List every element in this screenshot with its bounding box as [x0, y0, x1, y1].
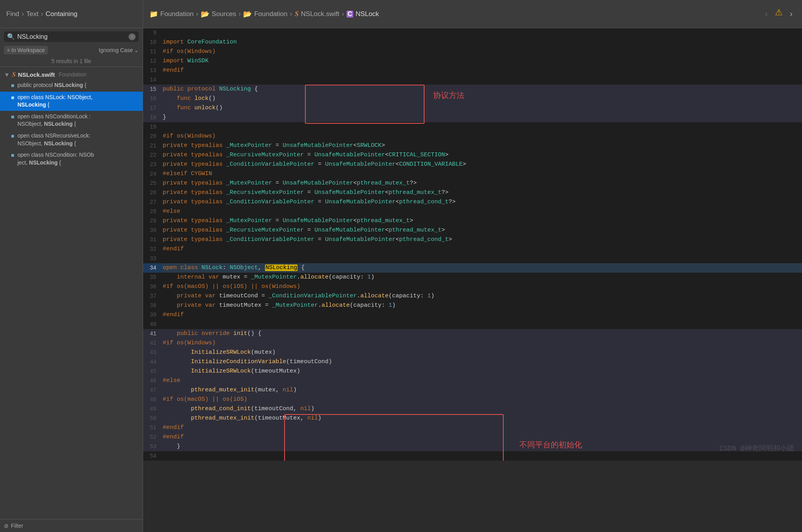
code-line: 16 func lock()	[143, 94, 802, 103]
code-line: 27 private typealias _ConditionVariableP…	[143, 197, 802, 207]
folder-yellow-icon: 📂	[201, 10, 209, 18]
class-icon-result2: ■	[11, 113, 14, 121]
breadcrumb-right: 📁 Foundation › 📂 Sources › 📂 Foundation …	[143, 0, 802, 28]
code-line: 48 #if os(macOS) || os(iOS)	[143, 395, 802, 404]
code-line: 45 InitializeSRWLock(timeoutMutex)	[143, 367, 802, 376]
expand-icon: ▼	[4, 71, 10, 78]
code-line: 36 #if os(macOS) || os(iOS) || os(Window…	[143, 282, 802, 291]
sidebar-footer: ⊘ Filter	[0, 519, 143, 532]
code-line: 39 #endif	[143, 310, 802, 320]
watermark: CSDN @神奇阿明和小团	[719, 443, 794, 453]
code-line: 28 #else	[143, 207, 802, 216]
code-line: 54	[143, 451, 802, 461]
swift-file-icon-sidebar: 𝑺	[12, 71, 16, 78]
nav-arrows: ‹ ⚠ ›	[762, 7, 796, 21]
result-item[interactable]: ■ open class NSCondition: NSObject, NSLo…	[0, 149, 143, 168]
code-line: 44 InitializeConditionVariable(timeoutCo…	[143, 357, 802, 367]
code-line: 30 private typealias _RecursiveMutexPoin…	[143, 226, 802, 235]
main-content: 🔍 ✕ ≡ In Workspace Ignoring Case ⌄ 5 res…	[0, 28, 802, 532]
code-line: 38 private var timeoutMutex = _MutexPoin…	[143, 301, 802, 310]
class-icon: C	[347, 11, 354, 18]
code-line: 53 }	[143, 442, 802, 451]
code-line: 33	[143, 254, 802, 263]
nav-back-button[interactable]: ‹	[762, 7, 771, 21]
code-line: 41 public override init() {	[143, 329, 802, 338]
code-line: 14	[143, 75, 802, 85]
code-line: 26 private typealias _RecursiveMutexPoin…	[143, 188, 802, 197]
code-line: 42 #if os(Windows)	[143, 338, 802, 348]
code-line: 50 pthread_mutex_init(timeoutMutex, nil)	[143, 414, 802, 423]
code-line: 51 #endif	[143, 423, 802, 432]
folder-blue-icon: 📁	[149, 10, 158, 18]
code-line: 22 private typealias _RecursiveMutexPoin…	[143, 150, 802, 160]
clear-search-button[interactable]: ✕	[129, 33, 136, 40]
result-item[interactable]: ■ open class NSConditionLock :NSObject, …	[0, 111, 143, 130]
folder-yellow-icon-2: 📂	[243, 10, 252, 18]
code-lines: 9 10 import CoreFoundation 11 #if os(Win…	[143, 28, 802, 461]
scope-bar: ≡ In Workspace Ignoring Case ⌄	[0, 45, 143, 57]
code-line: 25 private typealias _MutexPointer = Uns…	[143, 179, 802, 188]
warning-icon: ⚠	[775, 7, 783, 21]
code-line: 37 private var timeoutCond = _ConditionV…	[143, 291, 802, 301]
code-line: 29 private typealias _MutexPointer = Uns…	[143, 216, 802, 226]
scope-icon: ≡	[7, 47, 10, 53]
file-name-label: NSLock.swift	[18, 71, 55, 78]
class-icon-result: ■	[11, 94, 14, 102]
code-line: 47 pthread_mutex_init(mutex, nil)	[143, 385, 802, 395]
sidebar: 🔍 ✕ ≡ In Workspace Ignoring Case ⌄ 5 res…	[0, 28, 143, 532]
code-line: 40	[143, 320, 802, 329]
code-line: 9	[143, 28, 802, 38]
swift-file-icon: 𝑺	[295, 10, 299, 18]
breadcrumb-containing[interactable]: Containing	[45, 10, 77, 18]
code-line: 12 import WinSDK	[143, 56, 802, 66]
class-icon-result3: ■	[11, 132, 14, 140]
top-bar: Find › Text › Containing 📁 Foundation › …	[0, 0, 802, 28]
code-line: 46 #else	[143, 376, 802, 385]
breadcrumb-left: Find › Text › Containing	[0, 0, 143, 28]
code-line: 49 pthread_cond_init(timeoutCond, nil)	[143, 404, 802, 414]
code-line: 23 private typealias _ConditionVariableP…	[143, 160, 802, 169]
result-file: ▼ 𝑺 NSLock.swift Foundation	[0, 69, 143, 80]
breadcrumb-foundation-2: 📂 Foundation	[243, 10, 287, 18]
code-line: 34 open class NSLock: NSObject, NSLockin…	[143, 263, 802, 273]
breadcrumb-text[interactable]: Text	[26, 10, 38, 18]
breadcrumb-nslock-class: C NSLock	[347, 10, 379, 18]
breadcrumb-sources: 📂 Sources	[201, 10, 236, 18]
editor-wrapper: 9 10 import CoreFoundation 11 #if os(Win…	[143, 28, 802, 532]
code-line: 17 func unlock()	[143, 103, 802, 113]
search-bar[interactable]: 🔍 ✕	[4, 31, 139, 42]
scope-button[interactable]: ≡ In Workspace	[4, 46, 48, 54]
code-line: 11 #if os(Windows)	[143, 47, 802, 56]
code-line: 18 }	[143, 113, 802, 122]
code-line: 10 import CoreFoundation	[143, 38, 802, 47]
code-line: 20 #if os(Windows)	[143, 132, 802, 141]
search-input[interactable]	[17, 33, 126, 40]
code-line: 32 #endif	[143, 244, 802, 254]
code-line: 52 #endif	[143, 432, 802, 442]
code-editor[interactable]: 9 10 import CoreFoundation 11 #if os(Win…	[143, 28, 802, 461]
result-item[interactable]: ■ public protocol NSLocking {	[0, 80, 143, 92]
filter-icon: ⊘	[4, 523, 9, 529]
nav-forward-button[interactable]: ›	[787, 7, 796, 21]
code-line: 15 public protocol NSLocking {	[143, 85, 802, 94]
code-line: 24 #elseif CYGWIN	[143, 169, 802, 179]
results-count: 5 results in 1 file	[0, 57, 143, 67]
result-list: ▼ 𝑺 NSLock.swift Foundation ■ public pro…	[0, 67, 143, 519]
result-item[interactable]: ■ open class NSLock: NSObject,NSLocking …	[0, 92, 143, 111]
search-icon: 🔍	[7, 33, 15, 40]
breadcrumb-foundation-1: 📁 Foundation	[149, 10, 194, 18]
result-group: ▼ 𝑺 NSLock.swift Foundation ■ public pro…	[0, 69, 143, 168]
code-line: 43 InitializeSRWLock(mutex)	[143, 348, 802, 357]
code-line: 13 #endif	[143, 66, 802, 75]
class-icon-result4: ■	[11, 152, 14, 159]
code-line: 19	[143, 122, 802, 132]
protocol-icon: ■	[11, 82, 14, 90]
result-item[interactable]: ■ open class NSRecursiveLock:NSObject, N…	[0, 130, 143, 149]
chevron-down-icon: ⌄	[134, 47, 139, 53]
code-line: 31 private typealias _ConditionVariableP…	[143, 235, 802, 244]
breadcrumb-find[interactable]: Find	[6, 10, 19, 18]
code-line: 21 private typealias _MutexPointer = Uns…	[143, 141, 802, 150]
breadcrumb-nslock-swift: 𝑺 NSLock.swift	[295, 10, 339, 18]
code-line: 35 internal var mutex = _MutexPointer.al…	[143, 273, 802, 282]
case-selector[interactable]: Ignoring Case ⌄	[99, 47, 139, 53]
